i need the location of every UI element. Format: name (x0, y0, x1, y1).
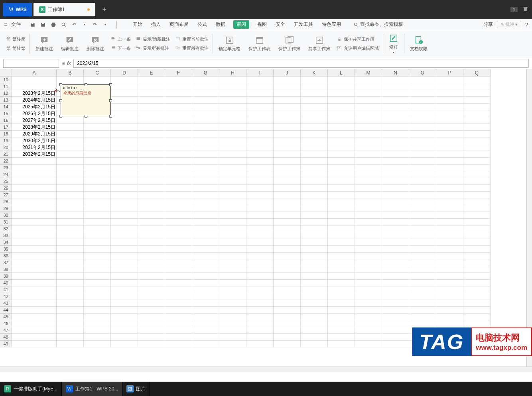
cell-L22[interactable] (328, 158, 355, 165)
cell-L10[interactable] (328, 76, 355, 83)
cell-N12[interactable] (382, 90, 409, 97)
cell-D45[interactable] (111, 314, 138, 320)
cell-J40[interactable] (274, 280, 301, 286)
cell-H25[interactable] (219, 178, 246, 185)
cell-N46[interactable] (382, 320, 409, 327)
cell-O19[interactable] (409, 137, 436, 144)
row-header-31[interactable]: 31 (0, 219, 12, 225)
hamburger-icon[interactable]: ≡ (4, 22, 7, 28)
resize-handle-se[interactable] (109, 115, 112, 118)
save-icon[interactable] (29, 21, 37, 29)
cell-P10[interactable] (436, 76, 463, 83)
cell-F15[interactable] (165, 110, 192, 117)
cell-H18[interactable] (219, 131, 246, 137)
cell-H41[interactable] (219, 286, 246, 293)
horizontal-scrollbar[interactable] (0, 367, 532, 372)
tab-view[interactable]: 视图 (256, 20, 268, 29)
cell-K43[interactable] (301, 300, 328, 307)
cell-C39[interactable] (84, 273, 111, 280)
cell-J24[interactable] (274, 171, 301, 178)
cell-H45[interactable] (219, 314, 246, 320)
cell-M10[interactable] (355, 76, 382, 83)
cell-D31[interactable] (111, 219, 138, 225)
cell-F26[interactable] (165, 185, 192, 192)
cell-K20[interactable] (301, 144, 328, 151)
cell-A21[interactable]: 2032年2月15日 (12, 151, 57, 158)
cell-I35[interactable] (246, 246, 274, 253)
cell-E22[interactable] (138, 158, 165, 165)
cell-J21[interactable] (274, 151, 301, 158)
cell-H42[interactable] (219, 293, 246, 300)
row-header-45[interactable]: 45 (0, 314, 12, 320)
cell-D40[interactable] (111, 280, 138, 286)
cell-H40[interactable] (219, 280, 246, 286)
cell-B24[interactable] (57, 171, 84, 178)
cell-J37[interactable] (274, 259, 301, 266)
cell-G27[interactable] (192, 192, 219, 198)
cell-P31[interactable] (436, 219, 463, 225)
cell-P46[interactable] (436, 320, 463, 327)
cell-I44[interactable] (246, 307, 274, 314)
cell-H17[interactable] (219, 124, 246, 131)
cell-M20[interactable] (355, 144, 382, 151)
share-button[interactable]: 分享 (483, 21, 493, 28)
cell-H33[interactable] (219, 232, 246, 239)
cell-O38[interactable] (409, 266, 436, 273)
cell-H38[interactable] (219, 266, 246, 273)
row-header-18[interactable]: 18 (0, 131, 12, 137)
cell-I19[interactable] (246, 137, 274, 144)
cell-J14[interactable] (274, 104, 301, 110)
cell-P15[interactable] (436, 110, 463, 117)
cell-M33[interactable] (355, 232, 382, 239)
cell-C16[interactable] (84, 117, 111, 124)
cell-Q16[interactable] (463, 117, 491, 124)
cell-E28[interactable] (138, 198, 165, 205)
cell-J17[interactable] (274, 124, 301, 131)
cell-G37[interactable] (192, 259, 219, 266)
undo-icon[interactable]: ↶ (70, 21, 78, 29)
document-tab[interactable]: S 工作簿1 (33, 3, 95, 16)
cell-Q12[interactable] (463, 90, 491, 97)
file-menu[interactable]: 文件 (11, 21, 21, 28)
cell-O30[interactable] (409, 212, 436, 219)
row-header-36[interactable]: 36 (0, 253, 12, 259)
cell-O21[interactable] (409, 151, 436, 158)
cell-F16[interactable] (165, 117, 192, 124)
cell-P21[interactable] (436, 151, 463, 158)
cell-H44[interactable] (219, 307, 246, 314)
cell-I24[interactable] (246, 171, 274, 178)
cell-K22[interactable] (301, 158, 328, 165)
cell-M24[interactable] (355, 171, 382, 178)
cell-F27[interactable] (165, 192, 192, 198)
cell-F17[interactable] (165, 124, 192, 131)
cell-C10[interactable] (84, 76, 111, 83)
cell-N45[interactable] (382, 314, 409, 320)
cell-O29[interactable] (409, 205, 436, 212)
cell-A33[interactable] (12, 232, 57, 239)
cell-B38[interactable] (57, 266, 84, 273)
cell-O43[interactable] (409, 300, 436, 307)
cell-K44[interactable] (301, 307, 328, 314)
skin-icon[interactable] (522, 6, 529, 14)
cell-L38[interactable] (328, 266, 355, 273)
cell-A23[interactable] (12, 165, 57, 171)
cell-K29[interactable] (301, 205, 328, 212)
allow-edit-ranges[interactable]: 允许用户编辑区域 (337, 45, 379, 51)
cell-N31[interactable] (382, 219, 409, 225)
protect-share-workbook[interactable]: 保护共享工作簿 (337, 36, 379, 42)
cell-F31[interactable] (165, 219, 192, 225)
cell-N15[interactable] (382, 110, 409, 117)
tab-start[interactable]: 开始 (132, 20, 143, 29)
cell-M11[interactable] (355, 83, 382, 90)
row-header-49[interactable]: 49 (0, 341, 12, 347)
save-as-icon[interactable] (39, 21, 47, 29)
cell-Q10[interactable] (463, 76, 491, 83)
cell-I48[interactable] (246, 334, 274, 341)
cell-C26[interactable] (84, 185, 111, 192)
cell-G16[interactable] (192, 117, 219, 124)
cell-J20[interactable] (274, 144, 301, 151)
tab-layout[interactable]: 页面布局 (169, 20, 189, 29)
cell-G22[interactable] (192, 158, 219, 165)
cell-H47[interactable] (219, 327, 246, 334)
cell-E47[interactable] (138, 327, 165, 334)
